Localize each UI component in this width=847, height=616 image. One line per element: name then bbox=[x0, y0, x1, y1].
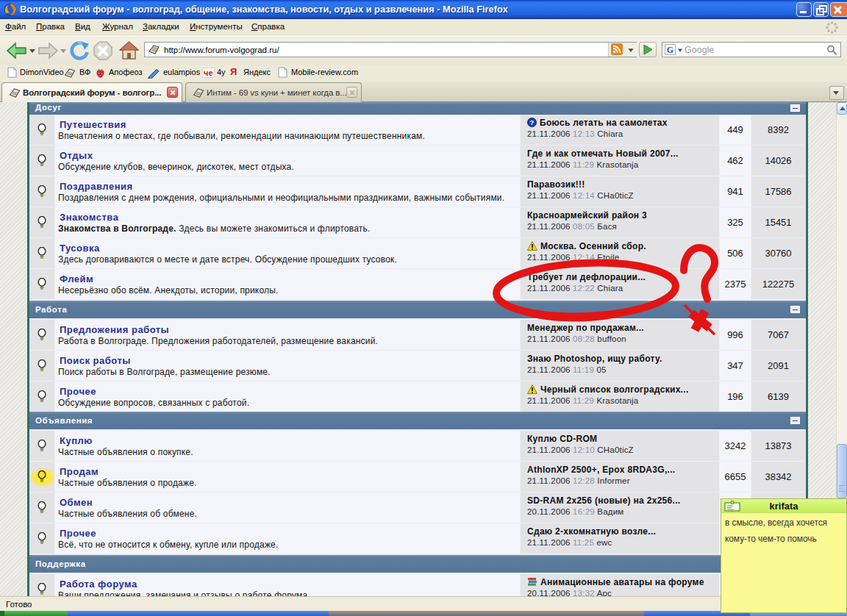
svg-text:G: G bbox=[667, 45, 673, 55]
svg-text:?: ? bbox=[529, 118, 534, 126]
